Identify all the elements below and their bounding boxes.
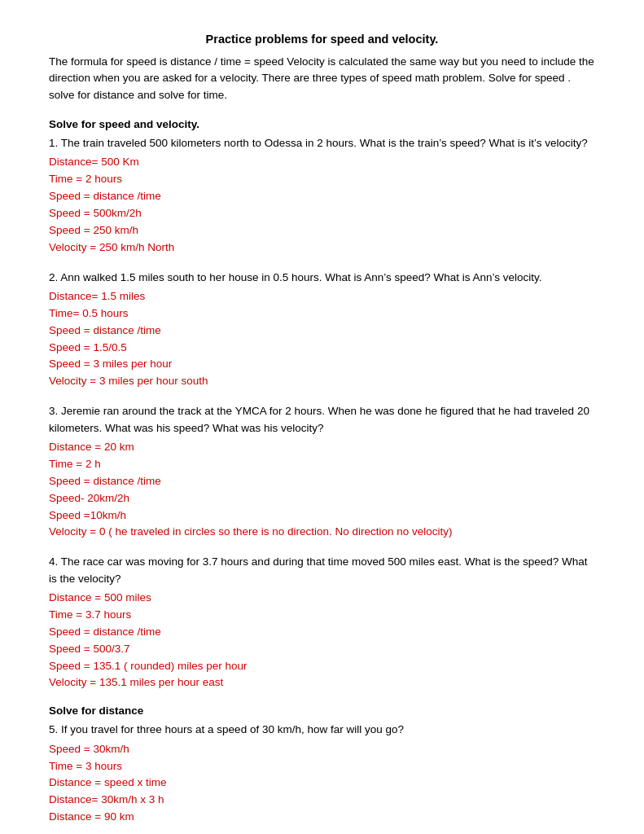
problem-5-text: 5. If you travel for three hours at a sp… — [49, 722, 595, 738]
answer-line: Speed = 500km/2h — [49, 205, 595, 222]
answer-line: Speed = distance /time — [49, 473, 595, 490]
answer-line: Distance= 500 Km — [49, 154, 595, 171]
problem-4: 4. The race car was moving for 3.7 hours… — [49, 554, 595, 691]
problem-2-answers: Distance= 1.5 miles Time= 0.5 hours Spee… — [49, 288, 595, 391]
answer-line: Time = 2 h — [49, 456, 595, 473]
problem-1: 1. The train traveled 500 kilometers nor… — [49, 135, 595, 257]
intro-text: The formula for speed is distance / time… — [49, 54, 595, 103]
answer-line: Time = 3 hours — [49, 758, 595, 775]
problem-5: 5. If you travel for three hours at a sp… — [49, 722, 595, 826]
answer-line: Distance = 500 miles — [49, 590, 595, 607]
answer-line: Distance = 90 km — [49, 809, 595, 826]
answer-line: Distance = 20 km — [49, 439, 595, 456]
problem-2-text: 2. Ann walked 1.5 miles south to her hou… — [49, 270, 595, 286]
problem-4-text: 4. The race car was moving for 3.7 hours… — [49, 554, 595, 587]
section1-heading: Solve for speed and velocity. — [49, 118, 595, 130]
answer-line: Velocity = 0 ( he traveled in circles so… — [49, 524, 595, 541]
answer-line: Speed- 20km/2h — [49, 490, 595, 507]
problem-4-answers: Distance = 500 miles Time = 3.7 hours Sp… — [49, 590, 595, 692]
problem-3: 3. Jeremie ran around the track at the Y… — [49, 403, 595, 541]
answer-line: Velocity = 250 km/h North — [49, 239, 595, 257]
problem-2: 2. Ann walked 1.5 miles south to her hou… — [49, 270, 595, 391]
problem-1-answers: Distance= 500 Km Time = 2 hours Speed = … — [49, 154, 595, 257]
page-container: Practice problems for speed and velocity… — [49, 33, 595, 834]
problem-5-answers: Speed = 30km/h Time = 3 hours Distance =… — [49, 741, 595, 827]
answer-line: Speed = 250 km/h — [49, 222, 595, 239]
answer-line: Distance= 1.5 miles — [49, 288, 595, 305]
answer-line: Distance = speed x time — [49, 775, 595, 792]
answer-line: Time = 2 hours — [49, 171, 595, 188]
problem-1-text: 1. The train traveled 500 kilometers nor… — [49, 135, 595, 151]
answer-line: Speed = 135.1 ( rounded) miles per hour — [49, 658, 595, 675]
answer-line: Speed =10km/h — [49, 507, 595, 525]
answer-line: Speed = 3 miles per hour — [49, 356, 595, 373]
answer-line: Speed = 30km/h — [49, 741, 595, 758]
answer-line: Speed = distance /time — [49, 188, 595, 205]
section2-heading: Solve for distance — [49, 705, 595, 717]
problem-3-answers: Distance = 20 km Time = 2 h Speed = dist… — [49, 439, 595, 542]
answer-line: Time = 3.7 hours — [49, 607, 595, 624]
answer-line: Speed = 500/3.7 — [49, 641, 595, 658]
answer-line: Time= 0.5 hours — [49, 305, 595, 323]
answer-line: Distance= 30km/h x 3 h — [49, 792, 595, 809]
answer-line: Velocity = 135.1 miles per hour east — [49, 674, 595, 691]
page-title: Practice problems for speed and velocity… — [49, 33, 595, 46]
answer-line: Speed = distance /time — [49, 624, 595, 641]
answer-line: Speed = distance /time — [49, 323, 595, 340]
answer-line: Speed = 1.5/0.5 — [49, 340, 595, 357]
problem-3-text: 3. Jeremie ran around the track at the Y… — [49, 403, 595, 437]
answer-line: Velocity = 3 miles per hour south — [49, 373, 595, 390]
